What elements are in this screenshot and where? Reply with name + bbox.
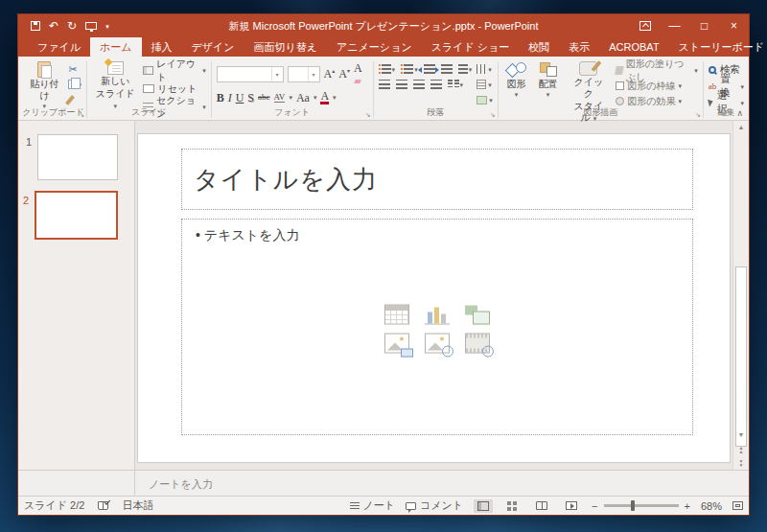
language-indicator[interactable]: 日本語 [122, 498, 153, 513]
justify-button[interactable] [430, 80, 442, 89]
italic-button[interactable]: I [228, 92, 232, 104]
align-text-button[interactable]: ▾ [476, 78, 493, 91]
tab-design[interactable]: デザイン [182, 37, 244, 57]
tab-acrobat[interactable]: ACROBAT [599, 37, 668, 57]
columns-button[interactable]: ▾ [448, 80, 464, 89]
undo-icon[interactable]: ↶ [49, 20, 58, 32]
convert-smartart-button[interactable]: ▾ [476, 93, 493, 106]
maximize-button[interactable]: □ [689, 14, 719, 37]
notes-pane[interactable]: ノートを入力 [18, 470, 749, 496]
format-painter-button[interactable] [68, 94, 81, 105]
tab-transitions[interactable]: 画面切り替え [244, 37, 328, 57]
title-placeholder[interactable]: タイトルを入力 [181, 149, 693, 210]
strikethrough-button[interactable]: abc [258, 93, 270, 102]
scroll-down-icon[interactable]: ▼ [733, 431, 749, 438]
insert-chart-icon[interactable] [425, 305, 450, 325]
body-placeholder[interactable]: • テキストを入力 [181, 219, 693, 435]
reading-view-button[interactable] [532, 499, 551, 512]
zoom-slider[interactable] [604, 504, 679, 507]
redo-icon[interactable]: ↻ [67, 20, 77, 32]
insert-table-icon[interactable] [384, 305, 409, 325]
line-spacing-button[interactable]: ▾ [458, 64, 473, 74]
zoom-slider-thumb[interactable] [631, 500, 635, 511]
slide-2-thumbnail-selected[interactable] [35, 191, 118, 240]
insert-video-icon[interactable] [465, 334, 490, 354]
shape-fill-button[interactable]: 図形の塗りつぶし▾ [616, 64, 698, 77]
scroll-up-icon[interactable]: ▲ [733, 124, 749, 130]
font-name-caret[interactable]: ▾ [271, 67, 283, 81]
shape-outline-button[interactable]: 図形の枠線▾ [616, 80, 698, 92]
new-slide-button[interactable]: 新しい スライド ▾ [92, 60, 138, 112]
font-color-caret[interactable]: ▾ [333, 94, 337, 101]
cut-button[interactable]: ✂ [68, 63, 81, 75]
zoom-level[interactable]: 68% [701, 500, 722, 512]
comments-toggle-button[interactable]: コメント [406, 498, 463, 513]
customize-qat-icon[interactable]: ▾ [105, 23, 109, 30]
bullets-button[interactable]: ▾ [379, 64, 396, 74]
insert-pictures-icon[interactable] [384, 334, 409, 354]
shapes-button[interactable]: 図形 ▾ [503, 60, 530, 99]
font-size-combo[interactable]: ▾ [288, 66, 320, 82]
insert-online-pictures-icon[interactable] [425, 334, 450, 354]
grow-font-button[interactable]: A▴ [324, 68, 336, 80]
arrange-button[interactable]: 配置 ▾ [535, 60, 562, 99]
notes-placeholder[interactable]: ノートを入力 [135, 471, 213, 496]
tab-insert[interactable]: 挿入 [142, 37, 182, 57]
character-spacing-button[interactable]: AV [274, 93, 286, 103]
previous-slide-button[interactable]: ▲▲ [733, 446, 749, 453]
slide-1-thumbnail[interactable] [37, 134, 118, 180]
change-case-button[interactable]: Aa [296, 92, 310, 104]
change-case-caret[interactable]: ▾ [314, 94, 317, 101]
shrink-font-button[interactable]: A▾ [338, 68, 350, 80]
tab-home[interactable]: ホーム [90, 37, 142, 57]
next-slide-button[interactable]: ▼▼ [733, 459, 749, 467]
close-button[interactable]: × [719, 14, 749, 37]
tab-review[interactable]: 校閲 [519, 37, 559, 57]
paragraph-group-label: 段落 [374, 106, 498, 119]
align-right-button[interactable] [413, 80, 425, 89]
tab-slideshow[interactable]: スライド ショー [422, 37, 520, 57]
text-direction-button[interactable]: ▾ [476, 62, 493, 76]
tab-animations[interactable]: アニメーション [327, 37, 422, 57]
spellcheck-icon[interactable] [98, 501, 108, 510]
font-color-button[interactable]: A [320, 90, 329, 104]
tab-view[interactable]: 表示 [559, 37, 599, 57]
layout-button[interactable]: レイアウト▾ [143, 63, 205, 78]
increase-indent-button[interactable] [441, 64, 453, 74]
character-spacing-caret[interactable]: ▾ [289, 94, 292, 101]
minimize-button[interactable]: — [660, 14, 689, 37]
bold-button[interactable]: B [217, 92, 224, 104]
vertical-scrollbar[interactable]: ▲ ▼ ▲▲ ▼▼ [732, 121, 749, 470]
underline-button[interactable]: U [236, 92, 244, 104]
collapse-ribbon-icon[interactable]: ∧ [736, 108, 743, 118]
paste-button[interactable]: 貼り付け ▾ [25, 60, 63, 110]
fit-slide-to-window-icon[interactable] [732, 501, 743, 510]
ribbon-display-options-button[interactable] [630, 14, 660, 37]
clipboard-dialog-launcher-icon[interactable]: ↘ [79, 111, 84, 118]
insert-smartart-icon[interactable] [465, 305, 490, 325]
paragraph-dialog-launcher-icon[interactable]: ↘ [490, 111, 496, 118]
clear-formatting-button[interactable]: A [354, 62, 368, 85]
font-dialog-launcher-icon[interactable]: ↘ [365, 111, 371, 118]
save-icon[interactable] [31, 21, 40, 31]
font-size-caret[interactable]: ▾ [308, 67, 319, 81]
zoom-in-button[interactable]: + [685, 500, 690, 512]
slideshow-view-button[interactable] [562, 499, 581, 512]
normal-view-button[interactable] [474, 499, 493, 513]
decrease-indent-button[interactable] [424, 64, 435, 74]
scrollbar-thumb[interactable] [735, 266, 747, 447]
font-name-combo[interactable]: ▾ [217, 66, 284, 82]
numbering-button[interactable]: ▾ [401, 64, 418, 74]
tab-file[interactable]: ファイル [28, 37, 90, 57]
align-left-button[interactable] [379, 80, 390, 89]
zoom-out-button[interactable]: − [592, 500, 597, 512]
tab-storyboard[interactable]: ストーリーボード [669, 37, 767, 57]
start-slideshow-icon[interactable] [85, 22, 97, 30]
copy-button[interactable]: ▾ [68, 79, 81, 90]
align-center-button[interactable] [396, 80, 407, 89]
slide-canvas[interactable]: タイトルを入力 • テキストを入力 [137, 133, 731, 463]
text-shadow-button[interactable]: S [247, 92, 254, 104]
notes-toggle-button[interactable]: ノート [350, 498, 396, 513]
slide-sorter-view-button[interactable] [503, 499, 522, 513]
drawing-dialog-launcher-icon[interactable]: ↘ [695, 111, 701, 118]
